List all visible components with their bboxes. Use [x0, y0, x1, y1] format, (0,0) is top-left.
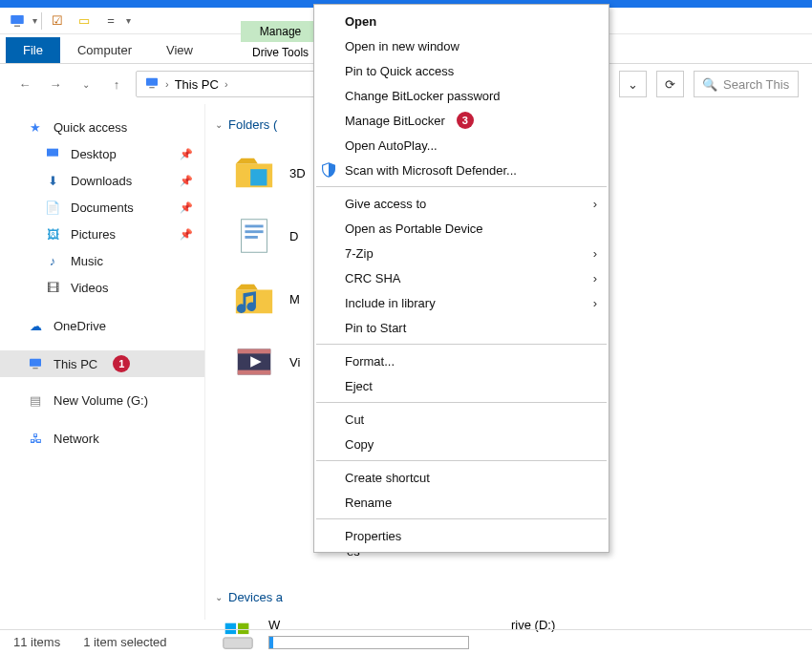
- sidebar-item-label: OneDrive: [53, 319, 106, 333]
- ctx-item-label: Manage BitLocker: [345, 114, 445, 128]
- separator: [316, 344, 607, 345]
- ctx-include-in-library[interactable]: Include in library›: [314, 290, 609, 315]
- ctx-manage-bitlocker[interactable]: Manage BitLocker 3: [314, 108, 609, 133]
- folder-label: M: [289, 292, 300, 306]
- sidebar-item-network[interactable]: 🖧 Network: [0, 425, 204, 452]
- ctx-format[interactable]: Format...: [314, 348, 609, 373]
- svg-rect-3: [149, 87, 154, 88]
- back-button[interactable]: ←: [13, 73, 36, 95]
- picture-icon: 🖼: [44, 225, 61, 243]
- pin-icon: 📌: [180, 148, 193, 160]
- status-selected-count: 1 item selected: [83, 635, 166, 649]
- svg-rect-7: [250, 169, 267, 185]
- ctx-7zip[interactable]: 7-Zip›: [314, 241, 609, 265]
- sidebar-item-videos[interactable]: 🎞 Videos: [0, 274, 204, 301]
- section-devices-header[interactable]: ⌄ Devices a: [215, 590, 802, 604]
- sidebar-item-label: This PC: [53, 357, 97, 371]
- sidebar-item-desktop[interactable]: Desktop 📌: [0, 140, 204, 167]
- document-icon: 📄: [44, 199, 61, 216]
- svg-rect-2: [146, 77, 158, 85]
- tab-computer[interactable]: Computer: [60, 37, 149, 63]
- svg-rect-11: [245, 236, 257, 239]
- ctx-rename[interactable]: Rename: [314, 490, 609, 515]
- viewmode-dropdown[interactable]: ⌄: [619, 71, 647, 97]
- separator: [316, 460, 607, 461]
- ctx-open-portable-device[interactable]: Open as Portable Device: [314, 216, 609, 241]
- sidebar-item-music[interactable]: ♪ Music: [0, 247, 204, 274]
- sidebar-item-label: Desktop: [71, 147, 117, 161]
- callout-badge-1: 1: [113, 355, 130, 372]
- tab-drive-tools[interactable]: Drive Tools: [237, 42, 324, 63]
- ctx-open-autoplay[interactable]: Open AutoPlay...: [314, 133, 609, 158]
- music-folder-icon: [232, 277, 276, 321]
- ctx-pin-quick-access[interactable]: Pin to Quick access: [314, 58, 609, 83]
- ctx-give-access-to[interactable]: Give access to›: [314, 191, 609, 216]
- qat-chevron2-icon[interactable]: ▾: [126, 15, 131, 26]
- search-box[interactable]: 🔍 Search This: [694, 71, 799, 97]
- ctx-cut[interactable]: Cut: [314, 407, 609, 432]
- svg-rect-13: [238, 349, 271, 354]
- ctx-item-label: Give access to: [345, 197, 426, 211]
- up-button[interactable]: ↑: [105, 73, 128, 95]
- ctx-scan-defender[interactable]: Scan with Microsoft Defender...: [314, 158, 609, 182]
- sidebar-item-this-pc[interactable]: This PC 1: [0, 350, 204, 377]
- pin-icon: 📌: [180, 228, 193, 241]
- folder-small-icon[interactable]: ▭: [73, 11, 96, 31]
- separator: [316, 186, 607, 187]
- shield-icon: [320, 161, 337, 179]
- ctx-eject[interactable]: Eject: [314, 373, 609, 398]
- svg-rect-5: [30, 359, 41, 367]
- chevron-right-icon: ›: [593, 271, 597, 285]
- status-bar: 11 items 1 item selected: [0, 629, 812, 654]
- ctx-copy[interactable]: Copy: [314, 432, 609, 456]
- search-placeholder: Search This: [723, 77, 789, 92]
- sidebar-item-documents[interactable]: 📄 Documents 📌: [0, 194, 204, 221]
- tab-file[interactable]: File: [6, 37, 60, 63]
- sidebar-item-pictures[interactable]: 🖼 Pictures 📌: [0, 221, 204, 247]
- ctx-open-new-window[interactable]: Open in new window: [314, 33, 609, 58]
- equals-icon[interactable]: =: [99, 11, 122, 31]
- chevron-right-icon: ›: [593, 296, 597, 310]
- music-icon: ♪: [44, 252, 61, 269]
- network-icon: 🖧: [27, 430, 44, 447]
- qat-chevron-icon[interactable]: ▾: [32, 15, 37, 26]
- refresh-button[interactable]: ⟳: [656, 71, 684, 97]
- separator: [316, 518, 607, 519]
- desktop-icon: [44, 145, 61, 162]
- cloud-icon: ☁: [27, 317, 44, 334]
- ctx-item-label: Include in library: [345, 296, 436, 310]
- forward-button[interactable]: →: [44, 73, 67, 95]
- breadcrumb-this-pc[interactable]: This PC: [175, 77, 219, 92]
- separator: [41, 12, 42, 30]
- folder-label: D: [289, 229, 298, 243]
- sidebar-item-onedrive[interactable]: ☁ OneDrive: [0, 312, 204, 339]
- ctx-open[interactable]: Open: [314, 9, 609, 33]
- video-folder-icon: [232, 340, 276, 384]
- ctx-properties[interactable]: Properties: [314, 523, 609, 548]
- svg-rect-6: [32, 368, 37, 369]
- drive-icon: ▤: [27, 391, 44, 409]
- ctx-crc-sha[interactable]: CRC SHA›: [314, 265, 609, 290]
- ctx-change-bitlocker-password[interactable]: Change BitLocker password: [314, 83, 609, 108]
- star-icon: ★: [27, 118, 44, 136]
- pin-icon: 📌: [180, 201, 193, 214]
- pc-icon: [144, 75, 160, 94]
- section-label: Devices a: [228, 590, 283, 604]
- ctx-pin-to-start[interactable]: Pin to Start: [314, 315, 609, 340]
- svg-rect-9: [245, 225, 263, 228]
- recent-chevron-icon[interactable]: ⌄: [75, 73, 97, 95]
- chevron-right-icon: ›: [593, 197, 597, 211]
- sidebar-item-quick-access[interactable]: ★ Quick access: [0, 114, 204, 140]
- ctx-create-shortcut[interactable]: Create shortcut: [314, 465, 609, 490]
- sidebar-item-downloads[interactable]: ⬇ Downloads 📌: [0, 167, 204, 194]
- check-icon[interactable]: ☑: [46, 11, 69, 31]
- sidebar-item-label: New Volume (G:): [53, 393, 148, 408]
- ctx-item-label: CRC SHA: [345, 271, 401, 285]
- download-icon: ⬇: [44, 172, 61, 189]
- tab-view[interactable]: View: [149, 37, 210, 63]
- ctx-item-label: 7-Zip: [345, 246, 374, 261]
- sidebar-item-label: Downloads: [71, 174, 132, 188]
- sidebar-item-label: Network: [53, 432, 99, 446]
- chevron-right-icon: ›: [224, 78, 228, 90]
- sidebar-item-new-volume[interactable]: ▤ New Volume (G:): [0, 387, 204, 413]
